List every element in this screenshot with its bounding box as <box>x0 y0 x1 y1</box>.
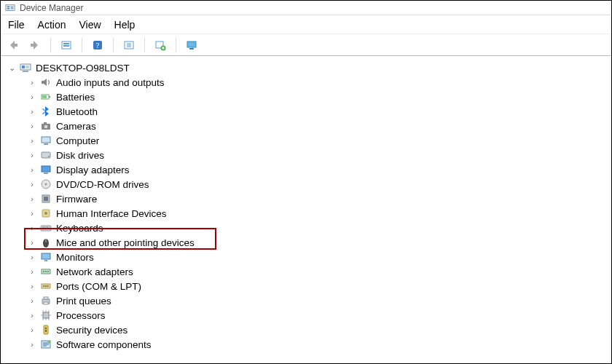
tree-node-label: Processors <box>56 310 106 321</box>
chevron-right-icon[interactable]: › <box>28 312 36 319</box>
tree-node[interactable]: ›Print queues <box>7 293 611 308</box>
chevron-right-icon[interactable]: › <box>28 239 36 246</box>
speaker-icon <box>40 76 52 88</box>
tree-node[interactable]: ›Mice and other pointing devices <box>7 235 611 250</box>
tree-root[interactable]: ⌄ DESKTOP-O98LDST <box>7 60 611 75</box>
tree-node-label: Display adapters <box>56 165 130 175</box>
svg-rect-5 <box>63 43 69 44</box>
toolbar-add-legacy-button[interactable] <box>152 37 168 53</box>
menu-file[interactable]: File <box>8 19 25 31</box>
titlebar: Device Manager <box>1 1 611 15</box>
chevron-right-icon[interactable]: › <box>28 326 36 333</box>
chevron-right-icon[interactable]: › <box>28 93 36 100</box>
chevron-right-icon[interactable]: › <box>28 297 36 304</box>
computer-icon <box>40 135 52 146</box>
chevron-right-icon[interactable]: › <box>28 195 36 202</box>
port-icon <box>40 280 52 292</box>
chevron-down-icon[interactable]: ⌄ <box>8 64 15 71</box>
tree-node[interactable]: ›Processors <box>7 308 611 323</box>
tree-node[interactable]: ›Computer <box>7 133 611 148</box>
svg-rect-55 <box>45 330 47 332</box>
svg-text:?: ? <box>96 41 100 50</box>
tree-node[interactable]: ›Disk drives <box>7 148 611 162</box>
tree-node[interactable]: ›Keyboards <box>7 221 611 235</box>
display-icon <box>40 164 52 175</box>
tree-node-label: Batteries <box>56 92 95 103</box>
svg-rect-3 <box>11 6 14 9</box>
camera-icon <box>40 120 52 132</box>
toolbar-show-hidden-button[interactable] <box>58 37 74 53</box>
processor-icon <box>40 309 52 321</box>
toolbar-forward-button[interactable] <box>27 37 43 53</box>
tree-node[interactable]: ›Batteries <box>7 90 611 104</box>
tree-node[interactable]: ›Security devices <box>7 323 611 337</box>
chevron-right-icon[interactable]: › <box>28 341 36 348</box>
svg-rect-12 <box>187 41 196 47</box>
svg-point-47 <box>45 285 47 287</box>
tree-node[interactable]: ›DVD/CD-ROM drives <box>7 177 611 191</box>
toolbar-back-button[interactable] <box>5 37 21 53</box>
chevron-right-icon[interactable]: › <box>28 108 36 115</box>
tree-node[interactable]: ›Network adapters <box>7 264 611 279</box>
tree-node[interactable]: ›Audio inputs and outputs <box>7 75 611 90</box>
chevron-right-icon[interactable]: › <box>28 181 36 188</box>
svg-point-57 <box>47 341 50 344</box>
device-tree[interactable]: ⌄ DESKTOP-O98LDST ›Audio inputs and outp… <box>1 56 611 356</box>
keyboard-icon <box>40 222 52 234</box>
tree-node[interactable]: ›Human Interface Devices <box>7 206 611 221</box>
svg-rect-19 <box>49 96 50 98</box>
svg-point-48 <box>47 285 49 287</box>
chevron-right-icon[interactable]: › <box>28 268 36 275</box>
svg-rect-13 <box>189 48 194 50</box>
chevron-right-icon[interactable]: › <box>28 166 36 173</box>
chevron-right-icon[interactable]: › <box>28 137 36 144</box>
tree-node[interactable]: ›Firmware <box>7 191 611 206</box>
menu-view[interactable]: View <box>79 19 101 31</box>
tree-node[interactable]: ›Display adapters <box>7 162 611 177</box>
printer-icon <box>40 295 52 306</box>
toolbar-remote-button[interactable] <box>184 37 200 53</box>
tree-node-label: Bluetooth <box>56 106 98 117</box>
svg-rect-16 <box>26 66 29 68</box>
svg-rect-6 <box>63 45 69 47</box>
svg-rect-33 <box>44 197 48 201</box>
svg-rect-43 <box>45 271 47 272</box>
svg-rect-15 <box>22 66 25 68</box>
svg-point-31 <box>45 183 47 186</box>
firmware-icon <box>40 193 52 205</box>
computer-icon <box>20 62 31 74</box>
chevron-right-icon[interactable]: › <box>28 253 36 261</box>
chevron-right-icon[interactable]: › <box>28 210 36 217</box>
tree-area: ⌄ DESKTOP-O98LDST ›Audio inputs and outp… <box>1 56 611 356</box>
tree-root-label: DESKTOP-O98LDST <box>36 63 130 74</box>
tree-node[interactable]: ›Ports (COM & LPT) <box>7 279 611 293</box>
chevron-right-icon[interactable]: › <box>28 79 36 86</box>
chevron-right-icon[interactable]: › <box>28 282 36 290</box>
menu-help[interactable]: Help <box>114 19 136 31</box>
tree-node-label: Keyboards <box>56 223 103 234</box>
chevron-right-icon[interactable]: › <box>28 151 36 159</box>
tree-node[interactable]: ›Monitors <box>7 250 611 264</box>
tree-node-label: Ports (COM & LPT) <box>56 281 141 292</box>
svg-rect-17 <box>23 71 28 72</box>
svg-rect-29 <box>44 173 48 174</box>
menu-action[interactable]: Action <box>38 19 66 31</box>
tree-node-label: Monitors <box>56 252 94 263</box>
tree-node[interactable]: ›Bluetooth <box>7 104 611 119</box>
svg-rect-28 <box>42 166 50 172</box>
bluetooth-icon <box>40 106 52 117</box>
tree-node[interactable]: ›Cameras <box>7 119 611 133</box>
chevron-right-icon[interactable]: › <box>28 122 36 130</box>
security-icon <box>40 324 52 336</box>
network-icon <box>40 266 52 277</box>
toolbar-help-button[interactable]: ? <box>90 37 106 53</box>
monitor-icon <box>40 251 52 263</box>
toolbar-scan-button[interactable] <box>121 37 137 53</box>
chevron-right-icon[interactable]: › <box>28 224 36 232</box>
tree-node[interactable]: ›Software components <box>7 337 611 352</box>
svg-rect-23 <box>44 122 47 124</box>
window-title: Device Manager <box>20 3 83 13</box>
app-icon <box>5 3 15 13</box>
svg-rect-2 <box>7 8 10 9</box>
tree-node-label: Disk drives <box>56 150 104 161</box>
